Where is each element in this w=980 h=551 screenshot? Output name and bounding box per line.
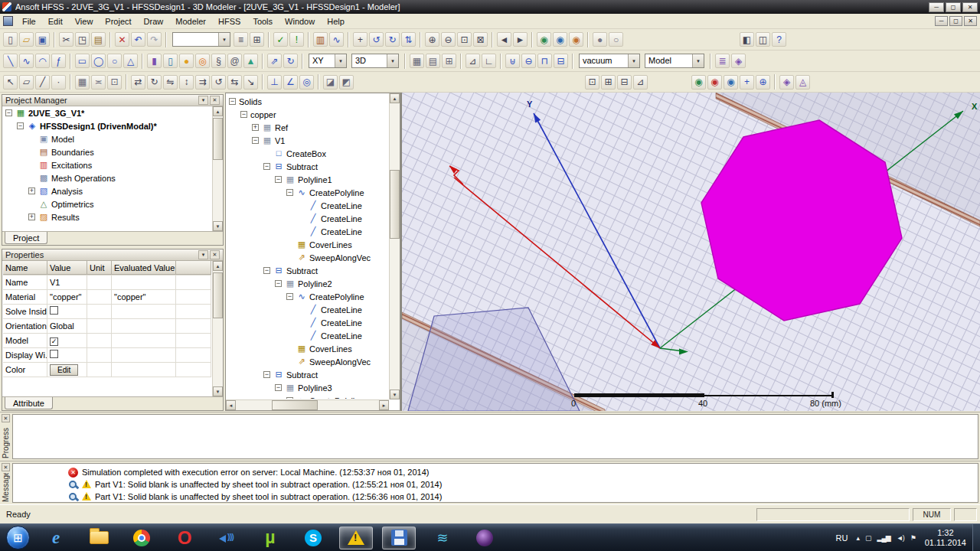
help-icon[interactable]: ? — [772, 32, 786, 47]
close-icon[interactable]: ✕ — [2, 463, 10, 471]
taskbar-media-app[interactable] — [468, 527, 501, 549]
history-tree-item-sweepalongvec[interactable]: ⇗SweepAlongVec — [227, 251, 388, 264]
view-mode-combo-dropdown-arrow-icon[interactable]: ▼ — [387, 54, 398, 67]
draw-ellipse-icon[interactable]: ◯ — [91, 54, 106, 68]
analyze-all-icon[interactable]: ! — [289, 32, 304, 47]
property-row-display-wi[interactable]: Display Wi... — [3, 348, 211, 363]
draw-helix-icon[interactable]: § — [211, 54, 226, 68]
collapse-toggle-icon[interactable]: − — [275, 384, 282, 391]
zoom-window-icon[interactable]: ⊡ — [457, 32, 472, 47]
draw-box-icon[interactable]: ▮ — [147, 54, 162, 68]
collapse-toggle-icon[interactable]: − — [275, 280, 282, 287]
tray-network-icon[interactable]: ▂▄▆ — [877, 534, 890, 542]
history-tree-item-createline[interactable]: ╱CreateLine — [227, 303, 388, 316]
zoom-in-icon[interactable]: ⊕ — [425, 32, 439, 47]
collapse-toggle-icon[interactable]: − — [252, 137, 259, 144]
unchecked-checkbox[interactable] — [50, 350, 58, 358]
project-tree-item-hfssdesign1-drivenmodal[interactable]: −◈HFSSDesign1 (DrivenModal)* — [3, 119, 211, 132]
render-sphere-blue-icon[interactable]: ◉ — [724, 75, 738, 90]
drawing-plane-combo-dropdown-arrow-icon[interactable]: ▼ — [335, 54, 346, 67]
menu-edit[interactable]: Edit — [42, 15, 69, 28]
close-button[interactable]: ✕ — [962, 2, 978, 12]
scroll-down-icon[interactable]: ▼ — [213, 386, 223, 396]
collapse-toggle-icon[interactable]: − — [17, 122, 24, 129]
close-icon[interactable]: ✕ — [210, 96, 220, 105]
iso-view-icon[interactable]: ◉ — [537, 32, 551, 47]
close-icon[interactable]: ✕ — [2, 414, 10, 422]
boundary-display-icon[interactable]: ◈ — [779, 75, 794, 90]
draw-sphere-icon[interactable]: ● — [179, 54, 194, 68]
model-type-combo[interactable]: Model▼ — [645, 54, 704, 68]
taskbar-save-app[interactable] — [382, 527, 416, 549]
menu-help[interactable]: Help — [321, 15, 351, 28]
select-object-icon[interactable]: ↖ — [3, 75, 18, 90]
tray-display-icon[interactable]: ▢ — [865, 534, 871, 542]
history-tree-item-coverlines[interactable]: ▦CoverLines — [227, 342, 388, 355]
history-vscrollbar[interactable]: ▲ ▼ — [389, 93, 400, 399]
tab-attribute[interactable]: Attribute — [5, 397, 53, 409]
project-tree-item-excitations[interactable]: ▥Excitations — [3, 158, 211, 171]
collapse-toggle-icon[interactable]: − — [229, 98, 236, 105]
scroll-thumb[interactable] — [390, 170, 400, 239]
draw-arc-icon[interactable]: ◠ — [35, 54, 50, 68]
history-tree-item-subtract[interactable]: −⊟Subtract — [227, 368, 388, 381]
history-tree-item-subtract[interactable]: −⊟Subtract — [227, 264, 388, 277]
minimize-button[interactable]: ─ — [929, 2, 944, 12]
units-icon[interactable]: ⊡ — [107, 75, 122, 90]
model-type-combo-dropdown-arrow-icon[interactable]: ▼ — [692, 54, 704, 67]
menu-view[interactable]: View — [69, 15, 100, 28]
tray-hidden-icons-icon[interactable]: ▴ — [856, 534, 859, 542]
history-tree-item-solids[interactable]: −Solids — [227, 95, 388, 108]
material-combo-dropdown-arrow-icon[interactable]: ▼ — [628, 54, 639, 67]
intersect-icon[interactable]: ⊓ — [537, 54, 552, 68]
history-tree-item-createpolyline[interactable]: −∿CreatePolyline — [227, 186, 388, 199]
menu-hfss[interactable]: HFSS — [212, 15, 247, 28]
project-tree-item-model[interactable]: ▣Model — [3, 132, 211, 145]
properties-scrollbar[interactable]: ▲ ▼ — [212, 261, 223, 396]
project-tree-item-2uve-3g-v1[interactable]: −▦2UVE_3G_V1* — [3, 106, 211, 119]
scroll-right-icon[interactable]: ► — [379, 400, 389, 410]
orbit-view-icon[interactable]: ↻ — [385, 32, 400, 47]
taskbar-utorrent[interactable]: µ — [253, 527, 287, 549]
zoom-out-icon[interactable]: ⊖ — [441, 32, 456, 47]
checked-checkbox[interactable]: ✓ — [50, 337, 58, 346]
history-tree-item-createline[interactable]: ╱CreateLine — [227, 199, 388, 212]
property-row-name[interactable]: NameV1 — [3, 276, 211, 290]
history-tree-item-sweepalongvec[interactable]: ⇗SweepAlongVec — [227, 355, 388, 368]
project-tree-item-analysis[interactable]: +▧Analysis — [3, 184, 211, 197]
taskbar-ie[interactable]: e — [39, 527, 73, 549]
cascade-windows-icon[interactable]: ◧ — [740, 32, 754, 47]
message-row[interactable]: Part V1: Solid blank is unaffected by sh… — [13, 491, 978, 503]
subtract-icon[interactable]: ⊖ — [521, 54, 536, 68]
collapse-toggle-icon[interactable]: − — [275, 176, 282, 183]
project-tree-item-optimetrics[interactable]: △Optimetrics — [3, 197, 211, 210]
history-tree-item-createline[interactable]: ╱CreateLine — [227, 316, 388, 329]
side-view-icon[interactable]: ◉ — [569, 32, 583, 47]
select-face-icon[interactable]: ▱ — [19, 75, 34, 90]
next-view-icon[interactable]: ► — [513, 32, 528, 47]
menu-project[interactable]: Project — [99, 15, 137, 28]
save-icon[interactable]: ▣ — [35, 32, 50, 47]
draw-polygon-icon[interactable]: △ — [123, 54, 138, 68]
history-tree-item-createbox[interactable]: □CreateBox — [227, 147, 388, 160]
new-file-icon[interactable]: ▯ — [3, 32, 18, 47]
unchecked-checkbox[interactable] — [50, 306, 58, 315]
dynamic-zoom-icon[interactable]: ⇅ — [401, 32, 416, 47]
draw-torus-icon[interactable]: ◎ — [195, 54, 210, 68]
component-icon[interactable]: ◈ — [731, 54, 746, 68]
scroll-down-icon[interactable]: ▼ — [213, 221, 223, 231]
cs-face-icon[interactable]: ∠ — [283, 75, 298, 90]
color-edit-button[interactable]: Edit — [50, 364, 78, 376]
menu-window[interactable]: Window — [279, 15, 321, 28]
snap-mode-icon[interactable]: ⊞ — [442, 54, 456, 68]
pin-icon[interactable]: ▾ — [198, 250, 208, 259]
delete-icon[interactable]: ✕ — [115, 32, 129, 47]
tray-volume-icon[interactable]: ◄) — [897, 534, 904, 542]
draw-line-icon[interactable]: ╲ — [3, 54, 18, 68]
results-icon[interactable]: ▥ — [313, 32, 328, 47]
draw-circle-icon[interactable]: ○ — [107, 54, 122, 68]
unite-icon[interactable]: ⊎ — [505, 54, 520, 68]
history-tree-icon[interactable]: ≣ — [715, 54, 730, 68]
top-view-icon[interactable]: ◉ — [553, 32, 567, 47]
history-tree-item-createpolyline[interactable]: −∿CreatePolyline — [227, 394, 388, 399]
